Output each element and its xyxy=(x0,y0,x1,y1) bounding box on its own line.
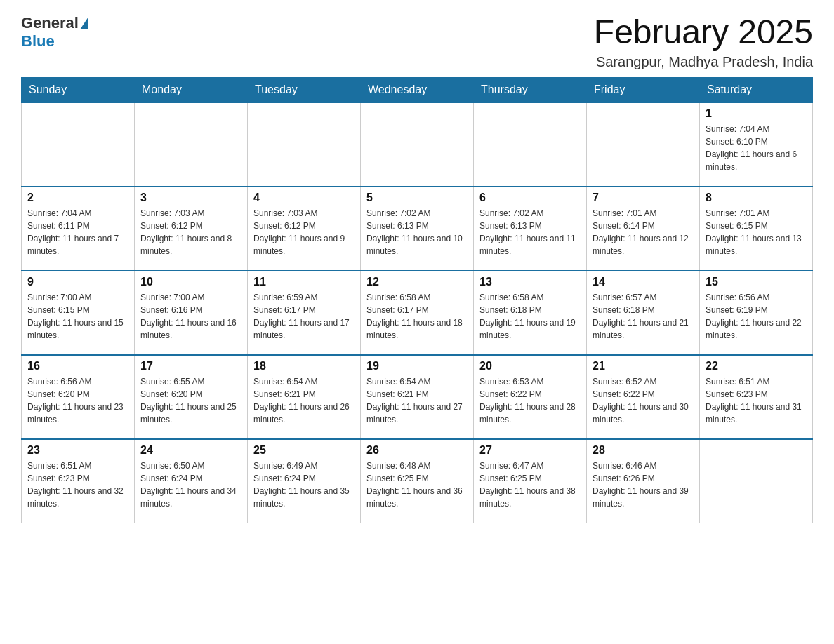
day-info: Sunrise: 6:46 AM Sunset: 6:26 PM Dayligh… xyxy=(593,459,694,510)
day-info: Sunrise: 6:50 AM Sunset: 6:24 PM Dayligh… xyxy=(140,459,241,510)
day-number: 25 xyxy=(253,444,355,457)
day-cell: 4Sunrise: 7:03 AM Sunset: 6:12 PM Daylig… xyxy=(248,187,361,271)
day-number: 14 xyxy=(593,276,694,288)
day-cell: 26Sunrise: 6:48 AM Sunset: 6:25 PM Dayli… xyxy=(361,439,474,523)
week-row-3: 9Sunrise: 7:00 AM Sunset: 6:15 PM Daylig… xyxy=(22,271,813,355)
day-number: 5 xyxy=(366,192,468,204)
day-info: Sunrise: 6:59 AM Sunset: 6:17 PM Dayligh… xyxy=(253,291,355,342)
day-info: Sunrise: 6:58 AM Sunset: 6:18 PM Dayligh… xyxy=(479,291,581,342)
day-cell: 6Sunrise: 7:02 AM Sunset: 6:13 PM Daylig… xyxy=(474,187,587,271)
day-cell: 9Sunrise: 7:00 AM Sunset: 6:15 PM Daylig… xyxy=(22,271,135,355)
day-number: 17 xyxy=(140,360,241,373)
week-row-1: 1Sunrise: 7:04 AM Sunset: 6:10 PM Daylig… xyxy=(22,102,813,187)
day-cell xyxy=(474,102,587,187)
logo: General Blue xyxy=(21,14,90,51)
day-number: 26 xyxy=(366,444,468,457)
day-info: Sunrise: 6:49 AM Sunset: 6:24 PM Dayligh… xyxy=(253,459,355,510)
day-number: 15 xyxy=(706,276,807,288)
day-cell xyxy=(135,102,248,187)
day-number: 28 xyxy=(593,444,694,457)
weekday-header-row: SundayMondayTuesdayWednesdayThursdayFrid… xyxy=(22,77,813,102)
day-info: Sunrise: 6:55 AM Sunset: 6:20 PM Dayligh… xyxy=(140,375,241,426)
day-number: 4 xyxy=(253,192,355,204)
day-info: Sunrise: 7:04 AM Sunset: 6:10 PM Dayligh… xyxy=(706,123,807,173)
day-info: Sunrise: 6:51 AM Sunset: 6:23 PM Dayligh… xyxy=(27,459,128,510)
weekday-header-saturday: Saturday xyxy=(700,77,813,102)
day-number: 3 xyxy=(140,192,241,204)
day-info: Sunrise: 7:02 AM Sunset: 6:13 PM Dayligh… xyxy=(479,207,581,257)
weekday-header-friday: Friday xyxy=(587,77,700,102)
day-cell: 3Sunrise: 7:03 AM Sunset: 6:12 PM Daylig… xyxy=(135,187,248,271)
weekday-header-sunday: Sunday xyxy=(22,77,135,102)
day-cell: 18Sunrise: 6:54 AM Sunset: 6:21 PM Dayli… xyxy=(248,355,361,439)
day-cell: 20Sunrise: 6:53 AM Sunset: 6:22 PM Dayli… xyxy=(474,355,587,439)
day-cell xyxy=(700,439,813,523)
calendar-table: SundayMondayTuesdayWednesdayThursdayFrid… xyxy=(21,77,813,524)
location: Sarangpur, Madhya Pradesh, India xyxy=(594,54,813,70)
day-info: Sunrise: 6:53 AM Sunset: 6:22 PM Dayligh… xyxy=(479,375,581,426)
logo-blue-text: Blue xyxy=(21,32,55,51)
day-info: Sunrise: 7:04 AM Sunset: 6:11 PM Dayligh… xyxy=(27,207,128,257)
day-cell: 14Sunrise: 6:57 AM Sunset: 6:18 PM Dayli… xyxy=(587,271,700,355)
day-number: 21 xyxy=(593,360,694,373)
day-cell: 13Sunrise: 6:58 AM Sunset: 6:18 PM Dayli… xyxy=(474,271,587,355)
day-info: Sunrise: 7:03 AM Sunset: 6:12 PM Dayligh… xyxy=(253,207,355,257)
day-cell: 2Sunrise: 7:04 AM Sunset: 6:11 PM Daylig… xyxy=(22,187,135,271)
day-cell: 15Sunrise: 6:56 AM Sunset: 6:19 PM Dayli… xyxy=(700,271,813,355)
weekday-header-wednesday: Wednesday xyxy=(361,77,474,102)
day-cell: 10Sunrise: 7:00 AM Sunset: 6:16 PM Dayli… xyxy=(135,271,248,355)
day-info: Sunrise: 7:00 AM Sunset: 6:15 PM Dayligh… xyxy=(27,291,128,342)
day-number: 6 xyxy=(479,192,581,204)
day-info: Sunrise: 6:57 AM Sunset: 6:18 PM Dayligh… xyxy=(593,291,694,342)
day-cell: 5Sunrise: 7:02 AM Sunset: 6:13 PM Daylig… xyxy=(361,187,474,271)
day-cell: 28Sunrise: 6:46 AM Sunset: 6:26 PM Dayli… xyxy=(587,439,700,523)
day-info: Sunrise: 6:58 AM Sunset: 6:17 PM Dayligh… xyxy=(366,291,468,342)
day-cell: 7Sunrise: 7:01 AM Sunset: 6:14 PM Daylig… xyxy=(587,187,700,271)
week-row-2: 2Sunrise: 7:04 AM Sunset: 6:11 PM Daylig… xyxy=(22,187,813,271)
day-cell xyxy=(22,102,135,187)
day-number: 11 xyxy=(253,276,355,288)
day-info: Sunrise: 7:00 AM Sunset: 6:16 PM Dayligh… xyxy=(140,291,241,342)
day-cell: 19Sunrise: 6:54 AM Sunset: 6:21 PM Dayli… xyxy=(361,355,474,439)
month-title: February 2025 xyxy=(594,14,813,51)
day-info: Sunrise: 6:47 AM Sunset: 6:25 PM Dayligh… xyxy=(479,459,581,510)
day-number: 10 xyxy=(140,276,241,288)
day-number: 27 xyxy=(479,444,581,457)
day-number: 8 xyxy=(706,192,807,204)
day-number: 22 xyxy=(706,360,807,373)
page-header: General Blue February 2025 Sarangpur, Ma… xyxy=(21,14,813,70)
week-row-4: 16Sunrise: 6:56 AM Sunset: 6:20 PM Dayli… xyxy=(22,355,813,439)
day-cell: 17Sunrise: 6:55 AM Sunset: 6:20 PM Dayli… xyxy=(135,355,248,439)
day-info: Sunrise: 6:54 AM Sunset: 6:21 PM Dayligh… xyxy=(366,375,468,426)
day-info: Sunrise: 6:56 AM Sunset: 6:20 PM Dayligh… xyxy=(27,375,128,426)
day-number: 23 xyxy=(27,444,128,457)
day-number: 16 xyxy=(27,360,128,373)
day-number: 7 xyxy=(593,192,694,204)
day-number: 24 xyxy=(140,444,241,457)
day-cell xyxy=(587,102,700,187)
day-number: 12 xyxy=(366,276,468,288)
day-number: 18 xyxy=(253,360,355,373)
day-info: Sunrise: 7:01 AM Sunset: 6:15 PM Dayligh… xyxy=(706,207,807,257)
day-cell: 16Sunrise: 6:56 AM Sunset: 6:20 PM Dayli… xyxy=(22,355,135,439)
logo-triangle-icon xyxy=(80,17,88,29)
day-info: Sunrise: 6:54 AM Sunset: 6:21 PM Dayligh… xyxy=(253,375,355,426)
day-cell: 24Sunrise: 6:50 AM Sunset: 6:24 PM Dayli… xyxy=(135,439,248,523)
weekday-header-thursday: Thursday xyxy=(474,77,587,102)
day-cell xyxy=(361,102,474,187)
day-cell xyxy=(248,102,361,187)
day-cell: 1Sunrise: 7:04 AM Sunset: 6:10 PM Daylig… xyxy=(700,102,813,187)
day-info: Sunrise: 6:52 AM Sunset: 6:22 PM Dayligh… xyxy=(593,375,694,426)
day-info: Sunrise: 7:02 AM Sunset: 6:13 PM Dayligh… xyxy=(366,207,468,257)
day-info: Sunrise: 7:01 AM Sunset: 6:14 PM Dayligh… xyxy=(593,207,694,257)
weekday-header-monday: Monday xyxy=(135,77,248,102)
day-number: 20 xyxy=(479,360,581,373)
day-number: 2 xyxy=(27,192,128,204)
weekday-header-tuesday: Tuesday xyxy=(248,77,361,102)
week-row-5: 23Sunrise: 6:51 AM Sunset: 6:23 PM Dayli… xyxy=(22,439,813,523)
day-cell: 11Sunrise: 6:59 AM Sunset: 6:17 PM Dayli… xyxy=(248,271,361,355)
day-cell: 21Sunrise: 6:52 AM Sunset: 6:22 PM Dayli… xyxy=(587,355,700,439)
day-number: 1 xyxy=(706,107,807,120)
day-cell: 23Sunrise: 6:51 AM Sunset: 6:23 PM Dayli… xyxy=(22,439,135,523)
day-cell: 25Sunrise: 6:49 AM Sunset: 6:24 PM Dayli… xyxy=(248,439,361,523)
